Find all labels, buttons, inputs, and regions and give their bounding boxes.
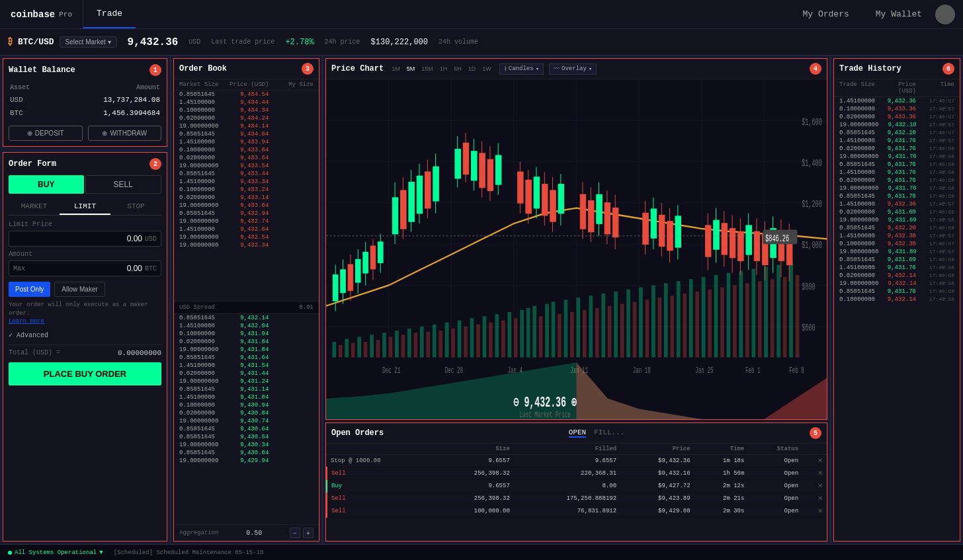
order-book-ask-row[interactable]: 1.451000009,432.64 xyxy=(174,225,319,233)
order-book-bid-row[interactable]: 1.451000009,431.54 xyxy=(174,362,319,370)
agg-increase-btn[interactable]: + xyxy=(303,528,314,538)
advanced-toggle[interactable]: ✓ Advanced xyxy=(9,331,161,339)
withdraw-btn[interactable]: ⊕ WITHDRAW xyxy=(88,126,162,141)
order-book-ask-row[interactable]: 0.100000009,434.34 xyxy=(174,106,319,114)
cancel-order-btn[interactable]: ✕ xyxy=(817,482,823,489)
order-book-bid-row[interactable]: 0.020000009,431.84 xyxy=(174,338,319,346)
svg-text:Dec 21: Dec 21 xyxy=(382,366,400,376)
cancel-order-btn[interactable]: ✕ xyxy=(817,495,823,502)
nav-my-orders-btn[interactable]: My Orders xyxy=(790,0,862,28)
order-book-ask-row[interactable]: 19.000000009,433.04 xyxy=(174,202,319,210)
svg-rect-139 xyxy=(542,184,548,216)
avatar[interactable] xyxy=(935,5,955,24)
order-book-ask-row[interactable]: 19.000000009,432.54 xyxy=(174,233,319,241)
trade-history-row: 1.451000009,431.7617:40:56 xyxy=(834,169,960,177)
deposit-btn[interactable]: ⊕ DEPOSIT xyxy=(9,126,83,141)
order-book-bid-row[interactable]: 0.020000009,430.84 xyxy=(174,409,319,417)
order-book-ask-row[interactable]: 0.858516459,434.04 xyxy=(174,130,319,138)
order-book-bid-row[interactable]: 0.858516459,431.64 xyxy=(174,354,319,362)
order-book-ask-row[interactable]: 1.451000009,434.44 xyxy=(174,99,319,106)
order-book-bid-row[interactable]: 0.858516459,430.04 xyxy=(174,449,319,457)
order-book-ask-row[interactable]: 0.858516459,433.44 xyxy=(174,170,319,178)
order-book-ask-row[interactable]: 1.451000009,433.34 xyxy=(174,178,319,186)
svg-rect-37 xyxy=(445,323,449,358)
cancel-order-btn[interactable]: ✕ xyxy=(817,457,823,464)
order-book-bid-row[interactable]: 1.451000009,431.04 xyxy=(174,393,319,401)
order-book-bid-row[interactable]: 19.000000009,431.24 xyxy=(174,378,319,385)
order-book-bid-row[interactable]: 1.451000009,432.04 xyxy=(174,322,319,330)
order-book-ask-row[interactable]: 0.100000009,433.84 xyxy=(174,146,319,154)
sell-tab[interactable]: SELL xyxy=(85,175,162,194)
order-book-ask-row[interactable]: 0.020000009,433.64 xyxy=(174,154,319,162)
place-order-btn[interactable]: PLACE BUY ORDER xyxy=(9,362,161,385)
order-book-bid-row[interactable]: 0.858516459,430.64 xyxy=(174,425,319,433)
trade-history-section: Trade History 6 Trade Size Price (USD) T… xyxy=(833,58,960,541)
order-book-ask-row[interactable]: 0.020000009,433.14 xyxy=(174,194,319,202)
order-book-ask-row[interactable]: 0.858516459,432.94 xyxy=(174,210,319,218)
nav-trade-tab[interactable]: Trade xyxy=(83,0,136,28)
ask-my-size xyxy=(269,155,314,161)
buy-tab[interactable]: BUY xyxy=(9,175,84,194)
order-book-ask-row[interactable]: 19.000000009,433.54 xyxy=(174,162,319,170)
overlay-dropdown[interactable]: 〰 Overlay ▾ xyxy=(549,63,597,75)
order-book-ask-row[interactable]: 0.100000009,433.24 xyxy=(174,186,319,194)
order-book-bid-row[interactable]: 0.858516459,432.14 xyxy=(174,314,319,322)
ask-my-size xyxy=(269,171,314,177)
order-price: $9,432.16 xyxy=(620,467,694,480)
order-book-bid-row[interactable]: 19.000000009,430.74 xyxy=(174,417,319,425)
tf-15m[interactable]: 15M xyxy=(419,64,436,73)
ticker-price-unit: USD xyxy=(188,38,200,46)
cancel-order-btn[interactable]: ✕ xyxy=(817,469,823,477)
ticker-change: +2.78% xyxy=(285,38,314,47)
bid-price: 9,430.64 xyxy=(224,426,269,432)
svg-rect-97 xyxy=(341,270,346,292)
svg-rect-55 xyxy=(558,314,562,357)
tf-6h[interactable]: 6H xyxy=(451,64,464,73)
order-book-bid-row[interactable]: 0.100000009,430.94 xyxy=(174,401,319,409)
tf-1d[interactable]: 1D xyxy=(466,64,479,73)
trade-history-row: 0.020000009,432.1417:40:56 xyxy=(834,272,960,280)
svg-rect-64 xyxy=(614,292,618,358)
limit-tab[interactable]: LIMIT xyxy=(60,199,110,215)
tf-5m[interactable]: 5M xyxy=(404,64,418,73)
tf-1h[interactable]: 1H xyxy=(437,64,450,73)
trade-time: 17:40:55 xyxy=(917,217,954,223)
svg-rect-165 xyxy=(705,225,711,257)
btc-icon: ₿ xyxy=(8,37,13,47)
order-book-bid-row[interactable]: 0.858516459,431.14 xyxy=(174,385,319,393)
order-book-bid-row[interactable]: 0.100000009,431.94 xyxy=(174,330,319,338)
candles-dropdown[interactable]: ⌇ Candles ▾ xyxy=(499,63,544,75)
allow-maker-btn[interactable]: Allow Maker xyxy=(54,282,105,297)
stop-tab[interactable]: STOP xyxy=(110,199,161,215)
order-book-bid-row[interactable]: 19.000000009,431.84 xyxy=(174,346,319,354)
market-tab[interactable]: MARKET xyxy=(9,199,60,215)
post-only-btn[interactable]: Post Only xyxy=(9,282,50,297)
order-book-ask-row[interactable]: 0.020000009,434.24 xyxy=(174,114,319,122)
amount-input[interactable] xyxy=(28,264,142,273)
filled-tab[interactable]: FILL... xyxy=(594,428,624,438)
open-order-row: Sell 256,398.32 220,368.31 $9,432.16 1h … xyxy=(327,467,827,480)
tf-1w[interactable]: 1W xyxy=(480,64,494,73)
order-book-ask-row[interactable]: 19.000000009,432.34 xyxy=(174,241,319,249)
tf-1m[interactable]: 1M xyxy=(389,64,403,73)
status-bar: All Systems Operational ▼ [Scheduled] Sc… xyxy=(0,544,963,560)
order-book-bid-row[interactable]: 19.000000009,429.94 xyxy=(174,457,319,465)
trade-price: 9,431.69 xyxy=(878,257,916,263)
order-book-bids: 0.858516459,432.141.451000009,432.040.10… xyxy=(174,314,319,524)
order-book-ask-row[interactable]: 19.000000009,432.74 xyxy=(174,218,319,225)
order-book-ask-row[interactable]: 0.858516459,434.54 xyxy=(174,91,319,99)
open-tab[interactable]: OPEN xyxy=(569,428,586,438)
select-market-btn[interactable]: Select Market ▾ xyxy=(60,36,117,48)
agg-decrease-btn[interactable]: − xyxy=(290,528,300,538)
svg-rect-79 xyxy=(708,290,712,358)
nav-my-wallet-btn[interactable]: My Wallet xyxy=(862,0,935,28)
order-book-bid-row[interactable]: 0.858516459,430.54 xyxy=(174,433,319,441)
order-book-bid-row[interactable]: 0.020000009,431.44 xyxy=(174,370,319,378)
bid-price: 9,430.84 xyxy=(224,410,269,417)
limit-price-input[interactable] xyxy=(13,234,142,243)
learn-more-link[interactable]: Learn more xyxy=(9,318,44,325)
order-book-ask-row[interactable]: 1.451000009,433.94 xyxy=(174,138,319,146)
order-book-bid-row[interactable]: 19.000000009,430.34 xyxy=(174,441,319,449)
order-book-ask-row[interactable]: 19.000000009,434.14 xyxy=(174,122,319,130)
cancel-order-btn[interactable]: ✕ xyxy=(817,507,823,514)
